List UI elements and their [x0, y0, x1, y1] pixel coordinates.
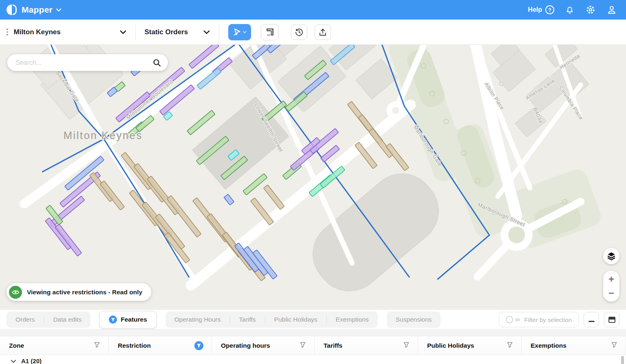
- map-building: [356, 59, 397, 99]
- map-roundabout-island: [392, 107, 399, 114]
- tab-data-edits[interactable]: Data edits: [44, 311, 90, 328]
- column-header-operating-hours[interactable]: Operating hours: [212, 336, 315, 355]
- layers-icon: [606, 251, 616, 261]
- history-clock-icon: [295, 28, 304, 37]
- toggle-knob: [506, 316, 513, 323]
- export-tool-button[interactable]: [315, 24, 331, 40]
- column-label: Restriction: [118, 342, 151, 349]
- map-layers-button[interactable]: [603, 248, 619, 264]
- tab-label: Data edits: [53, 316, 82, 323]
- expand-panel-button[interactable]: [604, 312, 619, 327]
- restriction-bay: [243, 174, 267, 195]
- map-search-bar[interactable]: [7, 54, 168, 71]
- panel-tab-bar: OrdersData editsFeaturesOperating HoursT…: [0, 310, 626, 329]
- region-dropdown-label: Milton Keynes: [14, 28, 61, 36]
- filter-by-selection-toggle[interactable]: Filter by selection: [499, 312, 579, 327]
- column-header-exemptions[interactable]: Exemptions: [522, 336, 626, 355]
- order-type-dropdown-label: Static Orders: [145, 28, 188, 36]
- tab-label: Orders: [15, 316, 35, 323]
- column-header-zone[interactable]: Zone: [0, 336, 109, 355]
- tab-tariffs[interactable]: Tariffs: [230, 311, 265, 328]
- filter-toggle-label: Filter by selection: [524, 316, 572, 323]
- help-button[interactable]: Help ?: [528, 5, 554, 14]
- select-cursor-tool-button[interactable]: [228, 24, 251, 40]
- tab-operating-hours[interactable]: Operating Hours: [165, 311, 230, 328]
- history-tool-button[interactable]: [291, 24, 307, 40]
- zone-cell: A1 (20): [21, 357, 42, 364]
- restriction-bay: [100, 181, 124, 210]
- top-app-bar: Mapper Help ?: [0, 0, 626, 20]
- ruler-icon: [265, 27, 275, 37]
- map-canvas: Milton KeynesSecklow GateMidsummer Boule…: [0, 45, 626, 310]
- active-tab-wrap: Features: [99, 311, 156, 329]
- filter-funnel-icon[interactable]: [507, 342, 513, 350]
- column-label: Public Holidays: [427, 342, 474, 349]
- order-type-dropdown[interactable]: Static Orders: [145, 28, 210, 36]
- search-input[interactable]: [15, 59, 152, 66]
- tab-exemptions[interactable]: Exemptions: [327, 311, 378, 328]
- export-upload-icon: [318, 28, 327, 37]
- map-zoom-control: + −: [603, 271, 619, 302]
- tab-group: OrdersData edits: [7, 311, 90, 328]
- column-label: Zone: [9, 342, 24, 349]
- map[interactable]: Milton KeynesSecklow GateMidsummer Boule…: [0, 45, 626, 310]
- tab-group: Suspensions: [387, 311, 441, 328]
- help-question-icon: ?: [545, 5, 554, 14]
- row-expander-chevron-icon[interactable]: [11, 360, 16, 363]
- funnel-icon: [109, 315, 117, 324]
- mapper-logo-icon[interactable]: [7, 4, 18, 15]
- order-type-chevron-down-icon: [203, 30, 210, 34]
- minimize-icon: [589, 321, 595, 322]
- map-toolbar: Milton Keynes Static Orders: [0, 20, 626, 45]
- column-header-public-holidays[interactable]: Public Holidays: [418, 336, 522, 355]
- tool-chevron-down-icon: [243, 31, 247, 33]
- table-row[interactable]: A1 (20): [0, 355, 626, 364]
- tab-label: Tariffs: [239, 316, 256, 323]
- zoom-in-button[interactable]: +: [608, 274, 614, 284]
- column-header-restriction[interactable]: Restriction: [109, 336, 212, 355]
- region-chevron-down-icon: [120, 30, 126, 34]
- brand-chevron-down-icon[interactable]: [56, 8, 62, 12]
- tab-label: Operating Hours: [174, 316, 221, 323]
- user-icon[interactable]: [606, 4, 617, 15]
- gear-icon[interactable]: [585, 4, 596, 15]
- filter-funnel-icon[interactable]: [403, 342, 410, 350]
- search-icon[interactable]: [152, 58, 161, 67]
- column-header-tariffs[interactable]: Tariffs: [315, 336, 418, 355]
- cursor-icon: [233, 28, 242, 37]
- tab-suspensions[interactable]: Suspensions: [387, 311, 441, 328]
- tab-label: Features: [121, 316, 147, 323]
- filter-funnel-icon[interactable]: [611, 342, 617, 350]
- column-label: Operating hours: [221, 342, 270, 349]
- read-only-status-badge: Viewing active restrictions - Read only: [7, 283, 151, 301]
- restriction-bay: [264, 185, 284, 210]
- tab-public-holidays[interactable]: Public Holidays: [265, 311, 326, 328]
- filter-funnel-icon-active[interactable]: [194, 341, 203, 350]
- restriction-bay: [187, 110, 215, 135]
- filter-funnel-icon[interactable]: [300, 342, 306, 350]
- eye-icon: [9, 286, 22, 299]
- restriction-bay: [224, 194, 234, 205]
- measure-ruler-tool-button[interactable]: [261, 24, 279, 40]
- kebab-menu-icon[interactable]: [7, 29, 8, 35]
- tab-features[interactable]: Features: [99, 311, 156, 329]
- bell-icon[interactable]: [565, 5, 575, 15]
- tab-orders[interactable]: Orders: [7, 311, 44, 328]
- tab-label: Suspensions: [396, 316, 432, 323]
- tab-group: Operating HoursTariffsPublic HolidaysExe…: [165, 311, 378, 328]
- table-scrollbar-thumb[interactable]: [621, 356, 624, 364]
- region-dropdown[interactable]: Milton Keynes: [14, 28, 126, 36]
- zoom-out-button[interactable]: −: [608, 288, 614, 298]
- app-title: Mapper: [22, 5, 53, 15]
- column-label: Exemptions: [531, 342, 566, 349]
- tab-label: Exemptions: [336, 316, 369, 323]
- toggle-track: [515, 318, 520, 321]
- restriction-bay: [55, 224, 82, 256]
- help-label: Help: [528, 6, 542, 13]
- tab-label: Public Holidays: [274, 316, 317, 323]
- bottom-panel: OrdersData editsFeaturesOperating HoursT…: [0, 310, 626, 364]
- map-roundabout-island: [508, 227, 525, 243]
- minimize-panel-button[interactable]: [584, 312, 599, 327]
- filter-funnel-icon[interactable]: [94, 342, 100, 350]
- table-header-row: ZoneRestrictionOperating hoursTariffsPub…: [0, 336, 626, 355]
